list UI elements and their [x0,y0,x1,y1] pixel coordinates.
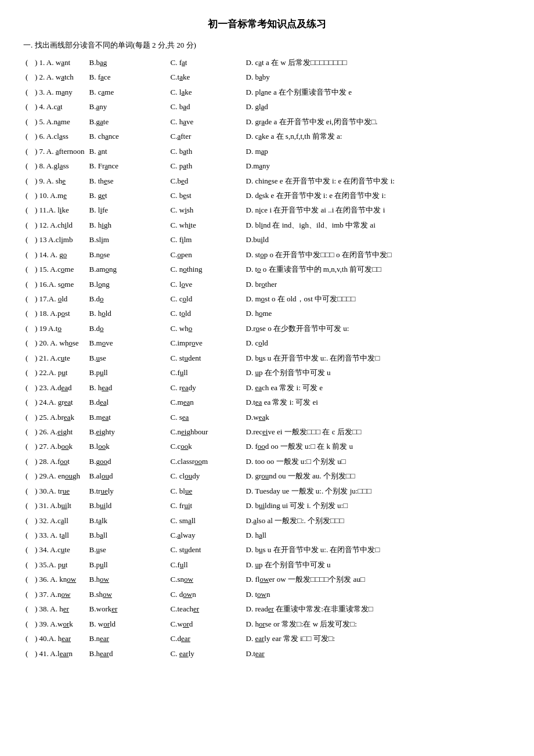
option-c: C. love [168,277,244,291]
table-row: () 14. A. goB.noseC.openD. stop o 在开音节中发… [23,247,511,262]
option-d: D.build [244,232,511,247]
option-c: C.mean [168,395,244,409]
paren: ( [23,454,33,469]
option-b: B.how [87,572,168,586]
paren: ( [23,395,33,409]
table-row: () 11.A. likeB. lifeC. wishD. nice i 在开音… [23,203,511,217]
option-c: C. bath [168,144,244,159]
paren: ( [23,380,33,395]
option-num: ) 23. A.dead [33,380,87,395]
option-num: ) 34. A.cute [33,542,87,557]
option-d: D. brother [244,277,511,291]
option-c: C. ready [168,380,244,395]
option-b: B. hold [87,306,168,321]
option-num: ) 25. A.break [33,410,87,424]
paren: ( [23,572,33,586]
option-b: B.pull [87,365,168,380]
option-b: B.long [87,277,168,291]
paren: ( [23,321,33,336]
paren: ( [23,528,33,542]
option-c: C.bed [168,174,244,188]
option-num: ) 17.A. old [33,291,87,306]
table-row: () 7. A. afternoonB. antC. bathD. map [23,144,511,159]
table-row: () 1. A. wantB.bagC. fatD. cat a 在 w 后常发… [23,55,511,70]
table-row: () 6. A.classB. chanceC.afterD. cake a 在… [23,129,511,143]
option-d: D.weak [244,410,511,424]
option-d: D.tea ea 常发 i: 可发 ei [244,395,511,409]
paren: ( [23,85,33,99]
paren: ( [23,247,33,262]
paren: ( [23,70,33,84]
option-b: B.do [87,321,168,336]
option-num: ) 37. A.now [33,587,87,602]
table-row: () 39. A.workB. worldC.wordD. horse or 常… [23,617,511,631]
table-row: () 28. A.footB.goodC.classroomD. too oo … [23,454,511,469]
option-num: ) 15. A.come [33,262,87,276]
table-row: () 40.A. hearB.nearC.dearD. early ear 常发… [23,631,511,646]
paren: ( [23,188,33,203]
paren: ( [23,174,33,188]
paren: ( [23,631,33,646]
option-c: C. down [168,587,244,602]
option-d: D. cake a 在 s,n,f,t,th 前常发 a: [244,129,511,143]
option-num: ) 14. A. go [33,247,87,262]
option-b: B.move [87,336,168,350]
paren: ( [23,55,33,70]
option-d: D. bus u 在开音节中发 u:. 在闭音节中发□ [244,542,511,557]
questions-table: () 1. A. wantB.bagC. fatD. cat a 在 w 后常发… [23,55,511,661]
option-b: B. high [87,218,168,232]
option-b: B. get [87,188,168,203]
option-d: D. Tuesday ue 一般发 u:. 个别发 ju:□□□ [244,484,511,498]
option-b: B.bag [87,55,168,70]
paren: ( [23,557,33,572]
option-num: ) 12. A.child [33,218,87,232]
option-d: D. up 在个别音节中可发 u [244,557,511,572]
option-num: ) 32. A.call [33,513,87,528]
table-row: () 15. A.comeB.amongC. nothingD. to o 在重… [23,262,511,276]
option-b: B. ant [87,144,168,159]
option-b: B.any [87,99,168,114]
option-d: D. plane a 在个别重读音节中发 e [244,85,511,99]
table-row: () 30.A. trueB.truelyC. blueD. Tuesday u… [23,484,511,498]
option-b: B. France [87,159,168,173]
option-d: D. town [244,587,511,602]
option-num: ) 30.A. true [33,484,87,498]
option-num: ) 18. A.post [33,306,87,321]
paren: ( [23,232,33,247]
table-row: () 16.A. someB.longC. loveD. brother [23,277,511,291]
option-d: D. up 在个别音节中可发 u [244,365,511,380]
option-b: B.do [87,291,168,306]
option-b: B.slim [87,232,168,247]
paren: ( [23,291,33,306]
option-num: ) 7. A. afternoon [33,144,87,159]
option-d: D. grade a 在开音节中发 ei,闭音节中发□. [244,114,511,129]
option-c: C. have [168,114,244,129]
option-d: D. bus u 在开音节中发 u:. 在闭音节中发□ [244,351,511,365]
option-c: C.classroom [168,454,244,469]
table-row: () 19 A.toB.doC. whoD.rose o 在少数开音节中可发 u… [23,321,511,336]
option-b: B.build [87,498,168,513]
table-row: () 41. A.learnB.heardC. earlyD.tear [23,646,511,661]
option-b: B.good [87,454,168,469]
option-c: C.alway [168,528,244,542]
table-row: () 31. A.builtB.buildC. fruitD. building… [23,498,511,513]
option-d: D. stop o 在开音节中发□□□ o 在闭音节中发□ [244,247,511,262]
option-num: ) 40.A. hear [33,631,87,646]
table-row: () 20. A. whoseB.moveC.improveD. cold [23,336,511,350]
option-b: B.among [87,262,168,276]
table-row: () 3. A. manyB. cameC. lakeD. plane a 在个… [23,85,511,99]
option-num: ) 4. A.cat [33,99,87,114]
paren: ( [23,484,33,498]
option-c: C.full [168,557,244,572]
option-c: C. cloudy [168,469,244,483]
option-c: C.cook [168,439,244,453]
option-c: C.word [168,617,244,631]
table-row: () 32. A.callB.talkC. smallD.also al 一般发… [23,513,511,528]
option-num: ) 11.A. like [33,203,87,217]
option-num: ) 35.A. put [33,557,87,572]
page-title: 初一音标常考知识点及练习 [23,17,511,31]
option-d: D. reader 在重读中常发:在非重读常发□ [244,602,511,616]
option-d: D. baby [244,70,511,84]
paren: ( [23,439,33,453]
table-row: () 33. A. tallB.ballC.alwayD. hall [23,528,511,542]
